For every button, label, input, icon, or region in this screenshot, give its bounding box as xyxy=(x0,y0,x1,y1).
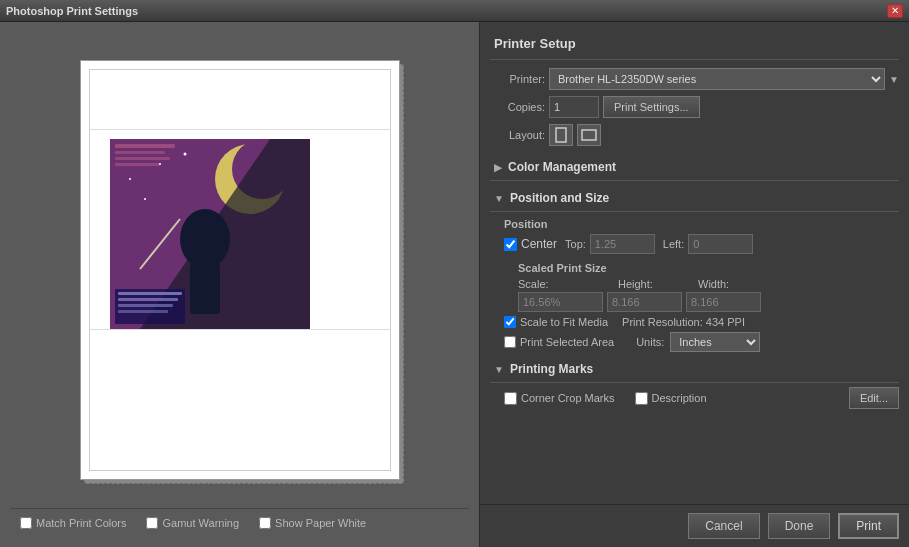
position-size-label: Position and Size xyxy=(510,191,609,205)
printing-marks-label: Printing Marks xyxy=(510,362,593,376)
description-checkbox[interactable] xyxy=(635,392,648,405)
print-button[interactable]: Print xyxy=(838,513,899,539)
corner-crop-text: Corner Crop Marks xyxy=(521,392,615,404)
center-label[interactable]: Center xyxy=(504,237,557,251)
height-input[interactable] xyxy=(607,292,682,312)
scaled-print-title: Scaled Print Size xyxy=(518,262,899,274)
gamut-warning-checkbox[interactable] xyxy=(146,517,158,529)
position-size-section: ▼ Position and Size Position Center Top: xyxy=(490,185,899,352)
position-subsection: Position Center Top: Left: xyxy=(490,218,899,254)
paper-inner xyxy=(89,69,391,471)
svg-rect-21 xyxy=(582,130,596,140)
color-management-arrow: ▶ xyxy=(494,162,502,173)
scale-to-fit-checkbox[interactable] xyxy=(504,316,516,328)
color-management-label: Color Management xyxy=(508,160,616,174)
position-size-header[interactable]: ▼ Position and Size xyxy=(490,185,899,212)
left-label: Left: xyxy=(663,238,684,250)
preview-panel: Match Print Colors Gamut Warning Show Pa… xyxy=(0,22,480,547)
left-input[interactable] xyxy=(688,234,753,254)
width-input[interactable] xyxy=(686,292,761,312)
edit-button[interactable]: Edit... xyxy=(849,387,899,409)
printing-marks-arrow: ▼ xyxy=(494,364,504,375)
print-settings-button[interactable]: Print Settings... xyxy=(603,96,700,118)
print-resolution-text: Print Resolution: 434 PPI xyxy=(622,316,745,328)
center-checkbox[interactable] xyxy=(504,238,517,251)
position-size-arrow: ▼ xyxy=(494,193,504,204)
printer-setup-section: Printer Setup Printer: Brother HL-L2350D… xyxy=(490,30,899,146)
svg-rect-15 xyxy=(118,310,168,313)
svg-rect-7 xyxy=(115,144,175,148)
print-preview-area xyxy=(10,32,469,508)
printing-marks-section: ▼ Printing Marks Corner Crop Marks Descr… xyxy=(490,356,899,409)
printer-dropdown-icon: ▼ xyxy=(889,74,899,85)
height-col-label: Height: xyxy=(618,278,698,290)
svg-point-17 xyxy=(159,163,161,165)
layout-portrait-button[interactable] xyxy=(549,124,573,146)
corner-crop-checkbox[interactable] xyxy=(504,392,517,405)
printing-marks-header[interactable]: ▼ Printing Marks xyxy=(490,356,899,383)
print-selected-area-label[interactable]: Print Selected Area xyxy=(504,336,614,348)
done-button[interactable]: Done xyxy=(768,513,831,539)
layout-label: Layout: xyxy=(490,129,545,141)
svg-point-19 xyxy=(183,153,186,156)
svg-rect-5 xyxy=(190,264,220,314)
color-management-section: ▶ Color Management xyxy=(490,154,899,181)
show-paper-white-label[interactable]: Show Paper White xyxy=(259,517,366,529)
printer-select[interactable]: Brother HL-L2350DW series xyxy=(549,68,885,90)
units-label: Units: xyxy=(636,336,664,348)
svg-rect-10 xyxy=(115,163,160,166)
print-selected-area-checkbox[interactable] xyxy=(504,336,516,348)
position-subtitle: Position xyxy=(504,218,899,230)
settings-panel: Printer Setup Printer: Brother HL-L2350D… xyxy=(480,22,909,547)
printing-marks-row: Corner Crop Marks Description Edit... xyxy=(490,387,899,409)
scale-input[interactable] xyxy=(518,292,603,312)
description-label[interactable]: Description xyxy=(635,392,707,405)
svg-rect-12 xyxy=(118,292,182,295)
paper-container xyxy=(80,60,400,480)
corner-crop-label[interactable]: Corner Crop Marks xyxy=(504,392,615,405)
svg-rect-13 xyxy=(118,298,178,301)
units-select[interactable]: Inches Centimeters Millimeters xyxy=(670,332,760,352)
scale-to-fit-text: Scale to Fit Media xyxy=(520,316,608,328)
copies-label: Copies: xyxy=(490,101,545,113)
scale-to-fit-label[interactable]: Scale to Fit Media xyxy=(504,316,608,328)
close-button[interactable]: ✕ xyxy=(887,4,903,18)
scale-inputs-row xyxy=(504,292,899,312)
cancel-button[interactable]: Cancel xyxy=(688,513,759,539)
svg-rect-8 xyxy=(115,151,165,154)
scale-to-fit-row: Scale to Fit Media Print Resolution: 434… xyxy=(504,316,899,328)
left-field: Left: xyxy=(663,234,753,254)
svg-rect-20 xyxy=(556,128,566,142)
match-print-colors-label[interactable]: Match Print Colors xyxy=(20,517,126,529)
color-management-header[interactable]: ▶ Color Management xyxy=(490,154,899,181)
center-text: Center xyxy=(521,237,557,251)
center-row: Center Top: Left: xyxy=(504,234,899,254)
copies-input[interactable] xyxy=(549,96,599,118)
layout-landscape-button[interactable] xyxy=(577,124,601,146)
window-title: Photoshop Print Settings xyxy=(6,5,138,17)
preview-checkboxes: Match Print Colors Gamut Warning Show Pa… xyxy=(10,508,469,537)
svg-rect-14 xyxy=(118,304,173,307)
print-image xyxy=(110,139,310,329)
match-print-colors-checkbox[interactable] xyxy=(20,517,32,529)
top-input[interactable] xyxy=(590,234,655,254)
top-label: Top: xyxy=(565,238,586,250)
printer-label: Printer: xyxy=(490,73,545,85)
paper-section-top xyxy=(90,70,390,130)
paper xyxy=(80,60,400,480)
width-col-label: Width: xyxy=(698,278,778,290)
scaled-print-section: Scaled Print Size Scale: Height: Width: xyxy=(490,262,899,352)
show-paper-white-checkbox[interactable] xyxy=(259,517,271,529)
top-field: Top: xyxy=(565,234,655,254)
paper-section-mid xyxy=(90,130,390,330)
svg-rect-9 xyxy=(115,157,170,160)
bottom-buttons: Cancel Done Print xyxy=(480,504,909,547)
description-text: Description xyxy=(652,392,707,404)
svg-point-4 xyxy=(180,209,230,269)
settings-scrollable[interactable]: Printer Setup Printer: Brother HL-L2350D… xyxy=(480,22,909,504)
paper-section-bot xyxy=(90,330,390,410)
svg-point-16 xyxy=(129,178,131,180)
print-selected-area-row: Print Selected Area Units: Inches Centim… xyxy=(504,332,899,352)
gamut-warning-label[interactable]: Gamut Warning xyxy=(146,517,239,529)
copies-field-row: Copies: Print Settings... xyxy=(490,96,899,118)
